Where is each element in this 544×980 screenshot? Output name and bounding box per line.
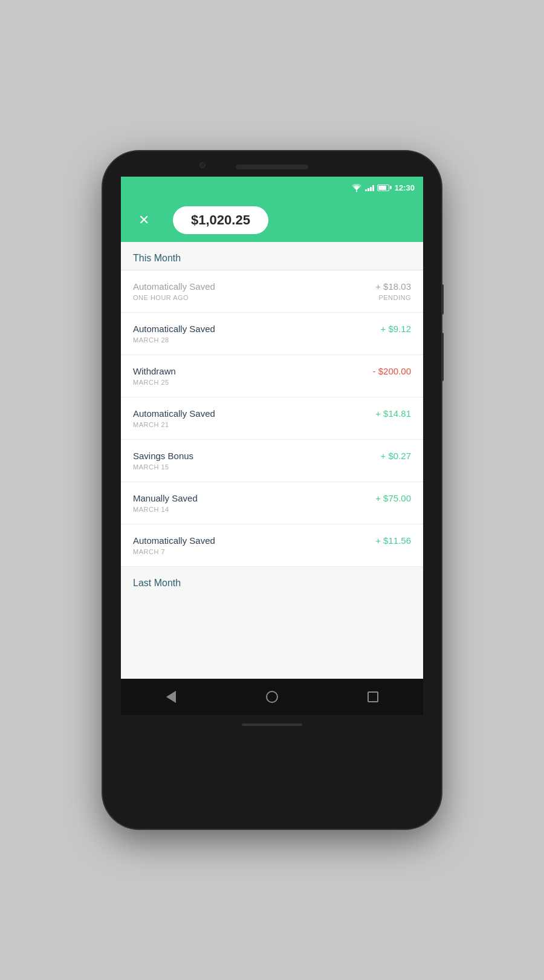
transaction-amount: + $9.12 xyxy=(381,324,411,334)
transaction-left: Withdrawn MARCH 25 xyxy=(133,366,176,386)
transaction-left: Manually Saved MARCH 14 xyxy=(133,493,198,513)
transaction-row[interactable]: Withdrawn MARCH 25 - $200.00 xyxy=(121,355,423,397)
transaction-right: + $0.27 xyxy=(381,451,411,461)
recents-button[interactable] xyxy=(361,685,385,709)
transaction-date: MARCH 14 xyxy=(133,506,198,513)
transaction-left: Savings Bonus MARCH 15 xyxy=(133,451,193,471)
phone-speaker xyxy=(236,165,308,169)
transaction-right: + $14.81 xyxy=(375,408,411,419)
phone-bottom-bar xyxy=(242,724,302,726)
transaction-date: MARCH 28 xyxy=(133,336,215,344)
pending-label: PENDING xyxy=(378,294,411,301)
transaction-amount: + $18.03 xyxy=(375,281,411,292)
transaction-amount: + $0.27 xyxy=(381,451,411,461)
recents-icon xyxy=(368,691,378,702)
transaction-amount: - $200.00 xyxy=(373,366,411,376)
transaction-row[interactable]: Automatically Saved MARCH 28 + $9.12 xyxy=(121,313,423,355)
transaction-amount: + $11.56 xyxy=(375,535,411,546)
transaction-name: Withdrawn xyxy=(133,366,176,376)
transaction-date: MARCH 25 xyxy=(133,379,176,386)
signal-icon xyxy=(365,184,374,191)
section-header-this-month: This Month xyxy=(121,242,423,270)
transaction-row[interactable]: Manually Saved MARCH 14 + $75.00 xyxy=(121,482,423,524)
transaction-left: Automatically Saved MARCH 21 xyxy=(133,408,215,428)
transaction-left: Automatically Saved MARCH 7 xyxy=(133,535,215,555)
transaction-date: MARCH 15 xyxy=(133,463,193,471)
transaction-right: + $9.12 xyxy=(381,324,411,334)
transaction-name: Manually Saved xyxy=(133,493,198,503)
transaction-list: This Month Automatically Saved ONE HOUR … xyxy=(121,242,423,679)
wifi-icon xyxy=(351,184,362,192)
home-button[interactable] xyxy=(260,685,284,709)
phone-camera xyxy=(199,162,206,168)
app-header: ✕ $1,020.25 xyxy=(121,198,423,242)
side-button-volume xyxy=(441,333,444,381)
back-icon xyxy=(166,691,176,703)
transaction-left: Automatically Saved ONE HOUR AGO xyxy=(133,281,215,301)
close-button[interactable]: ✕ xyxy=(133,212,155,228)
section-header-last-month: Last Month xyxy=(121,567,423,595)
transaction-right: + $18.03 PENDING xyxy=(375,281,411,301)
transaction-row[interactable]: Automatically Saved MARCH 21 + $14.81 xyxy=(121,397,423,440)
transaction-right: + $11.56 xyxy=(375,535,411,546)
phone-device: 12:30 ✕ $1,020.25 This Month Automatical… xyxy=(103,151,441,829)
transaction-name: Automatically Saved xyxy=(133,324,215,334)
transaction-name: Savings Bonus xyxy=(133,451,193,461)
transaction-row[interactable]: Automatically Saved MARCH 7 + $11.56 xyxy=(121,524,423,567)
transaction-amount: + $75.00 xyxy=(375,493,411,503)
status-time: 12:30 xyxy=(395,183,415,192)
transaction-row[interactable]: Automatically Saved ONE HOUR AGO + $18.0… xyxy=(121,270,423,313)
battery-icon xyxy=(377,185,389,191)
balance-pill: $1,020.25 xyxy=(173,206,268,234)
balance-amount: $1,020.25 xyxy=(191,212,250,227)
transaction-right: - $200.00 xyxy=(373,366,411,376)
status-icons: 12:30 xyxy=(351,183,415,192)
transaction-name: Automatically Saved xyxy=(133,408,215,419)
transaction-left: Automatically Saved MARCH 28 xyxy=(133,324,215,344)
back-button[interactable] xyxy=(159,685,183,709)
transaction-name: Automatically Saved xyxy=(133,281,215,292)
status-bar: 12:30 xyxy=(121,177,423,198)
transaction-amount: + $14.81 xyxy=(375,408,411,419)
transaction-date: MARCH 7 xyxy=(133,548,215,555)
phone-screen: 12:30 ✕ $1,020.25 This Month Automatical… xyxy=(121,177,423,715)
svg-point-0 xyxy=(356,190,357,191)
transaction-row[interactable]: Savings Bonus MARCH 15 + $0.27 xyxy=(121,440,423,482)
bottom-navigation xyxy=(121,679,423,715)
home-icon xyxy=(266,691,278,703)
side-button-power xyxy=(441,284,444,315)
transaction-right: + $75.00 xyxy=(375,493,411,503)
transaction-date: MARCH 21 xyxy=(133,421,215,428)
transaction-name: Automatically Saved xyxy=(133,535,215,546)
transaction-date: ONE HOUR AGO xyxy=(133,294,215,301)
